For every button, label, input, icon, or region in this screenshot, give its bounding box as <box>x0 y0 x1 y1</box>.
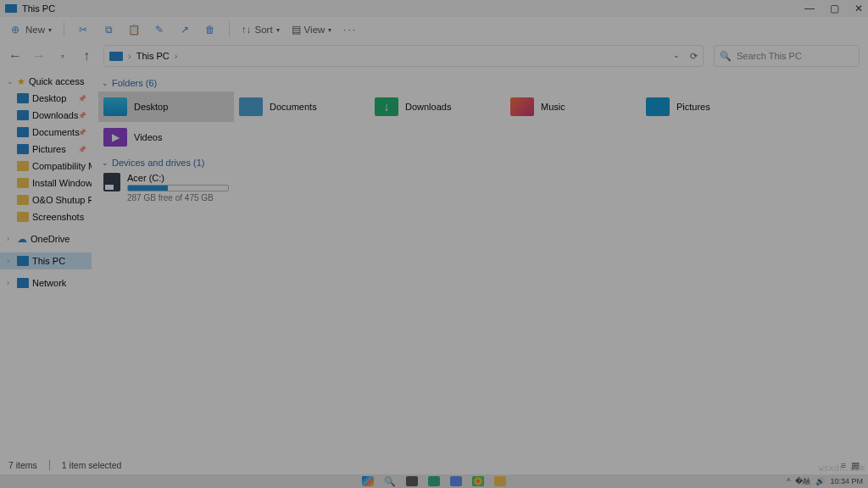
window-title: This PC <box>22 3 55 14</box>
widgets-icon[interactable] <box>428 476 440 486</box>
folder-icon <box>17 161 29 171</box>
back-button[interactable]: ← <box>8 48 22 64</box>
paste-icon[interactable]: 📋 <box>127 23 141 36</box>
clock[interactable]: 10:34 PM <box>830 477 863 485</box>
chevron-down-icon: ▾ <box>48 26 52 34</box>
address-bar[interactable]: › This PC › ⌄ ⟳ <box>103 45 704 67</box>
chat-icon[interactable] <box>450 476 462 486</box>
tray-chevron-icon[interactable]: ^ <box>787 477 790 485</box>
pc-icon <box>17 256 29 266</box>
status-bar: 7 items 1 item selected ≡ ▦ <box>0 456 868 474</box>
folder-documents[interactable]: Documents <box>234 92 370 122</box>
folder-pictures[interactable]: Pictures <box>641 92 776 122</box>
group-folders-header[interactable]: ⌄ Folders (6) <box>98 73 868 92</box>
new-button[interactable]: ⊕ New ▾ <box>8 23 52 36</box>
delete-icon[interactable]: 🗑 <box>203 23 217 36</box>
pc-icon <box>109 52 123 61</box>
chevron-down-icon: ⌄ <box>102 79 108 87</box>
sidebar-item-compat[interactable]: Compatibility Mode <box>0 158 92 175</box>
watermark: wsxdn.com <box>819 463 865 473</box>
sidebar-item-downloads[interactable]: Downloads <box>0 107 92 124</box>
music-folder-icon <box>510 97 534 116</box>
search-icon: 🔍 <box>720 51 732 62</box>
drive-icon <box>103 173 120 191</box>
search-placeholder: Search This PC <box>737 51 802 61</box>
downloads-icon <box>17 110 29 120</box>
sidebar-item-documents[interactable]: Documents <box>0 124 92 141</box>
search-box[interactable]: 🔍 Search This PC <box>714 45 860 67</box>
sidebar-this-pc[interactable]: ›This PC <box>0 252 92 269</box>
explorer-icon[interactable] <box>494 476 506 486</box>
documents-icon <box>17 127 29 137</box>
path-chevron: › <box>175 51 178 61</box>
drive-sub-label: 287 GB free of 475 GB <box>127 193 229 202</box>
pc-icon <box>5 4 17 13</box>
forward-button[interactable]: → <box>32 48 46 64</box>
close-button[interactable]: ✕ <box>854 3 863 14</box>
folder-icon <box>17 212 29 222</box>
volume-icon[interactable]: 🔊 <box>815 477 825 485</box>
sidebar-item-install-win11[interactable]: Install Windows 11 <box>0 175 92 191</box>
videos-folder-icon: ▶ <box>103 128 127 147</box>
chevron-down-icon: ⌄ <box>102 158 108 167</box>
taskview-icon[interactable] <box>406 476 418 486</box>
more-button[interactable]: ··· <box>343 25 357 35</box>
downloads-folder-icon: ↓ <box>375 97 398 116</box>
rename-icon[interactable]: ✎ <box>153 23 166 36</box>
sort-icon: ↑↓ <box>242 25 252 35</box>
sidebar-onedrive[interactable]: ›☁OneDrive <box>0 230 92 247</box>
copy-icon[interactable]: ⧉ <box>102 23 115 36</box>
toolbar: ⊕ New ▾ ✂ ⧉ 📋 ✎ ↗ 🗑 ↑↓ Sort ▾ ▤ View ▾ ·… <box>0 17 868 42</box>
search-icon[interactable]: 🔍 <box>384 476 396 487</box>
drive-label: Acer (C:) <box>127 173 229 183</box>
sort-button[interactable]: ↑↓ Sort ▾ <box>242 25 280 35</box>
minimize-button[interactable]: — <box>804 3 815 14</box>
share-icon[interactable]: ↗ <box>178 23 192 36</box>
star-icon: ★ <box>17 76 25 87</box>
folder-music[interactable]: Music <box>505 92 641 122</box>
chevron-down-icon: ▾ <box>328 26 331 34</box>
folder-icon <box>17 178 29 188</box>
cut-icon[interactable]: ✂ <box>76 23 90 36</box>
drive-c[interactable]: Acer (C:) 287 GB free of 475 GB <box>98 171 234 204</box>
refresh-icon[interactable]: ⟳ <box>690 51 698 62</box>
recent-button[interactable]: ▾ <box>56 53 70 60</box>
view-icon: ▤ <box>292 24 301 36</box>
folder-desktop[interactable]: Desktop <box>98 92 234 122</box>
network-icon <box>17 278 29 288</box>
wifi-icon[interactable]: �融 <box>795 476 810 487</box>
up-button[interactable]: ↑ <box>80 48 93 64</box>
chrome-icon[interactable] <box>472 476 484 486</box>
chevron-down-icon: ▾ <box>276 26 280 34</box>
sidebar-item-screenshots[interactable]: Screenshots <box>0 208 92 225</box>
status-selected: 1 item selected <box>62 460 122 470</box>
chevron-right-icon: › <box>7 279 14 287</box>
sidebar-quick-access[interactable]: ⌄ ★ Quick access <box>0 73 92 90</box>
pictures-icon <box>17 144 29 154</box>
sidebar: ⌄ ★ Quick access Desktop Downloads Docum… <box>0 69 92 295</box>
sidebar-item-oo-shutup[interactable]: O&O Shutup Review <box>0 191 92 208</box>
folder-downloads[interactable]: ↓Downloads <box>370 92 505 122</box>
desktop-folder-icon <box>103 97 127 116</box>
taskbar: 🔍 ^ �融 🔊 10:34 PM <box>0 474 868 488</box>
folder-videos[interactable]: ▶Videos <box>98 122 234 152</box>
group-drives-header[interactable]: ⌄ Devices and drives (1) <box>98 152 868 171</box>
maximize-button[interactable]: ▢ <box>830 3 839 14</box>
start-button[interactable] <box>362 476 374 486</box>
sidebar-network[interactable]: ›Network <box>0 274 92 291</box>
titlebar: This PC — ▢ ✕ <box>0 0 868 17</box>
sidebar-item-pictures[interactable]: Pictures <box>0 141 92 158</box>
main-pane: ⌄ Folders (6) Desktop Documents ↓Downloa… <box>92 69 868 295</box>
chevron-down-icon: ⌄ <box>7 77 14 86</box>
address-bar-row: ← → ▾ ↑ › This PC › ⌄ ⟳ 🔍 Search This PC <box>0 42 868 69</box>
desktop-icon <box>17 93 29 103</box>
view-button[interactable]: ▤ View ▾ <box>292 24 332 36</box>
drive-usage-bar <box>127 185 229 191</box>
path-chevron: › <box>128 51 131 61</box>
path-segment[interactable]: This PC <box>136 51 170 61</box>
pictures-folder-icon <box>646 97 670 116</box>
dropdown-icon[interactable]: ⌄ <box>673 51 680 62</box>
documents-folder-icon <box>239 97 263 116</box>
folder-icon <box>17 195 29 205</box>
sidebar-item-desktop[interactable]: Desktop <box>0 90 92 107</box>
